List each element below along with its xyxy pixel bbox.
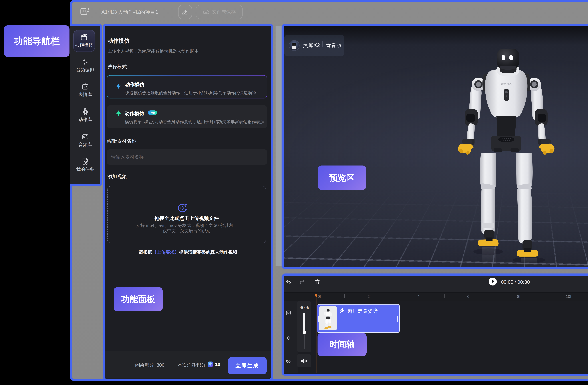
svg-text:灵犀机器人: 灵犀机器人	[501, 82, 512, 85]
